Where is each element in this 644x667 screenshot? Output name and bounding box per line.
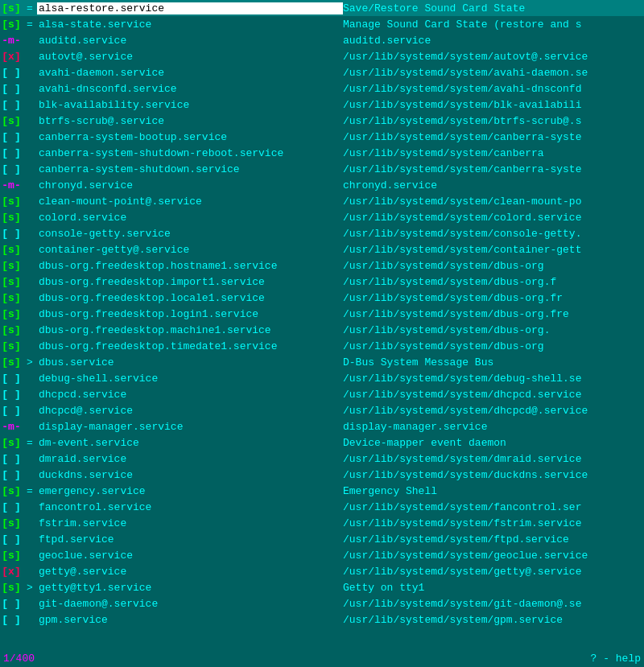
status-indicator: > bbox=[23, 356, 37, 368]
service-desc: /usr/lib/systemd/system/blk-availabili bbox=[343, 99, 644, 111]
status-bracket: [ ] bbox=[0, 83, 23, 95]
service-name: getty@.service bbox=[37, 566, 343, 578]
service-name: geoclue.service bbox=[37, 550, 343, 562]
status-bracket: [ ] bbox=[0, 469, 23, 481]
service-name: canberra-system-shutdown-reboot.service bbox=[37, 147, 343, 159]
table-row[interactable]: [s] dbus-org.freedesktop.login1.service/… bbox=[0, 306, 644, 322]
table-row[interactable]: [ ] avahi-daemon.service/usr/lib/systemd… bbox=[0, 64, 644, 80]
service-desc: /usr/lib/systemd/system/gpm.service bbox=[343, 614, 644, 626]
table-row[interactable]: [s]=dm-event.serviceDevice-mapper event … bbox=[0, 434, 644, 451]
service-name: canberra-system-shutdown.service bbox=[37, 163, 343, 175]
status-bracket: [ ] bbox=[0, 614, 23, 626]
service-name: avahi-daemon.service bbox=[37, 67, 343, 79]
table-row[interactable]: [ ] console-getty.service/usr/lib/system… bbox=[0, 225, 644, 241]
service-name: clean-mount-point@.service bbox=[37, 196, 343, 208]
service-desc: /usr/lib/systemd/system/dbus-org.fr bbox=[343, 292, 644, 304]
status-indicator: = bbox=[23, 485, 37, 497]
status-bracket: [s] bbox=[0, 308, 23, 320]
service-desc: /usr/lib/systemd/system/btrfs-scrub@.s bbox=[343, 115, 644, 127]
service-desc: Device-mapper event daemon bbox=[343, 437, 644, 449]
service-desc: /usr/lib/systemd/system/canberra-syste bbox=[343, 163, 644, 175]
status-bracket: [s] bbox=[0, 437, 23, 449]
table-row[interactable]: [x] autovt@.service/usr/lib/systemd/syst… bbox=[0, 48, 644, 64]
table-row[interactable]: [ ] avahi-dnsconfd.service/usr/lib/syste… bbox=[0, 80, 644, 97]
status-bracket: [ ] bbox=[0, 389, 23, 401]
service-list[interactable]: [s]=alsa-restore.serviceSave/Restore Sou… bbox=[0, 0, 644, 649]
service-name: dbus.service bbox=[37, 356, 343, 368]
table-row[interactable]: [s] dbus-org.freedesktop.locale1.service… bbox=[0, 290, 644, 306]
status-bracket: [s] bbox=[0, 324, 23, 336]
status-bracket: [s] bbox=[0, 212, 23, 224]
table-row[interactable]: -m- auditd.serviceauditd.service bbox=[0, 32, 644, 48]
table-row[interactable]: [ ] duckdns.service/usr/lib/systemd/syst… bbox=[0, 467, 644, 483]
status-bracket: [ ] bbox=[0, 99, 23, 111]
table-row[interactable]: [ ] canberra-system-shutdown-reboot.serv… bbox=[0, 145, 644, 161]
service-desc: /usr/lib/systemd/system/dhcpcd.service bbox=[343, 389, 644, 401]
table-row[interactable]: [s] colord.service/usr/lib/systemd/syste… bbox=[0, 209, 644, 225]
table-row[interactable]: [ ] canberra-system-bootup.service/usr/l… bbox=[0, 129, 644, 145]
service-name: dbus-org.freedesktop.locale1.service bbox=[37, 292, 343, 304]
table-row[interactable]: [ ] debug-shell.service/usr/lib/systemd/… bbox=[0, 370, 644, 386]
table-row[interactable]: [s] btrfs-scrub@.service/usr/lib/systemd… bbox=[0, 113, 644, 129]
table-row[interactable]: [s] fstrim.service/usr/lib/systemd/syste… bbox=[0, 515, 644, 531]
status-bracket: [ ] bbox=[0, 453, 23, 465]
service-desc: /usr/lib/systemd/system/ftpd.service bbox=[343, 533, 644, 546]
table-row[interactable]: [ ] dmraid.service/usr/lib/systemd/syste… bbox=[0, 451, 644, 467]
table-row[interactable]: [s]>getty@tty1.serviceGetty on tty1 bbox=[0, 579, 644, 595]
status-indicator: = bbox=[23, 2, 37, 14]
table-row[interactable]: [ ] git-daemon@.service/usr/lib/systemd/… bbox=[0, 595, 644, 611]
table-row[interactable]: [s] dbus-org.freedesktop.import1.service… bbox=[0, 274, 644, 290]
service-desc: /usr/lib/systemd/system/dhcpcd@.service bbox=[343, 405, 644, 417]
service-name: chronyd.service bbox=[37, 179, 343, 191]
table-row[interactable]: [ ] dhcpcd@.service/usr/lib/systemd/syst… bbox=[0, 402, 644, 418]
status-bracket: [s] bbox=[0, 2, 23, 14]
service-desc: /usr/lib/systemd/system/avahi-daemon.se bbox=[343, 67, 644, 79]
service-desc: /usr/lib/systemd/system/canberra bbox=[343, 147, 644, 159]
status-bracket: [ ] bbox=[0, 405, 23, 417]
service-desc: /usr/lib/systemd/system/fstrim.service bbox=[343, 517, 644, 529]
table-row[interactable]: [ ] fancontrol.service/usr/lib/systemd/s… bbox=[0, 499, 644, 515]
status-bracket: [s] bbox=[0, 550, 23, 562]
table-row[interactable]: [s]=alsa-state.serviceManage Sound Card … bbox=[0, 16, 644, 32]
service-desc: D-Bus System Message Bus bbox=[343, 356, 644, 368]
table-row[interactable]: [ ] blk-availability.service/usr/lib/sys… bbox=[0, 97, 644, 113]
service-name: btrfs-scrub@.service bbox=[37, 115, 343, 127]
status-bracket: [x] bbox=[0, 51, 23, 63]
table-row[interactable]: [ ] canberra-system-shutdown.service/usr… bbox=[0, 161, 644, 177]
service-name: emergency.service bbox=[37, 485, 343, 497]
table-row[interactable]: [s] dbus-org.freedesktop.hostname1.servi… bbox=[0, 257, 644, 274]
table-row[interactable]: [ ] dhcpcd.service/usr/lib/systemd/syste… bbox=[0, 386, 644, 402]
service-desc: /usr/lib/systemd/system/colord.service bbox=[343, 212, 644, 224]
status-bracket: -m- bbox=[0, 35, 23, 47]
table-row[interactable]: [ ] ftpd.service/usr/lib/systemd/system/… bbox=[0, 531, 644, 547]
table-row[interactable]: -m- display-manager.servicedisplay-manag… bbox=[0, 418, 644, 434]
table-row[interactable]: [s] clean-mount-point@.service/usr/lib/s… bbox=[0, 193, 644, 209]
service-desc: auditd.service bbox=[343, 35, 644, 47]
table-row[interactable]: [s]>dbus.serviceD-Bus System Message Bus bbox=[0, 354, 644, 370]
table-row[interactable]: [s] geoclue.service/usr/lib/systemd/syst… bbox=[0, 547, 644, 563]
table-row[interactable]: [s] dbus-org.freedesktop.timedate1.servi… bbox=[0, 338, 644, 354]
service-name: console-getty.service bbox=[37, 228, 343, 240]
service-desc: /usr/lib/systemd/system/git-daemon@.se bbox=[343, 598, 644, 610]
service-desc: /usr/lib/systemd/system/geoclue.service bbox=[343, 550, 644, 562]
table-row[interactable]: -m- chronyd.servicechronyd.service bbox=[0, 177, 644, 193]
service-desc: Emergency Shell bbox=[343, 485, 644, 497]
service-desc: /usr/lib/systemd/system/dbus-org.fre bbox=[343, 308, 644, 320]
service-name: blk-availability.service bbox=[37, 99, 343, 111]
service-desc: /usr/lib/systemd/system/debug-shell.se bbox=[343, 373, 644, 385]
service-desc: Manage Sound Card State (restore and s bbox=[343, 19, 644, 31]
table-row[interactable]: [ ] gpm.service/usr/lib/systemd/system/g… bbox=[0, 611, 644, 628]
page-info: 1/400 bbox=[3, 653, 35, 665]
table-row[interactable]: [s]=emergency.serviceEmergency Shell bbox=[0, 483, 644, 499]
table-row[interactable]: [s]=alsa-restore.serviceSave/Restore Sou… bbox=[0, 0, 644, 16]
table-row[interactable]: [x] getty@.service/usr/lib/systemd/syste… bbox=[0, 563, 644, 579]
service-name: duckdns.service bbox=[37, 469, 343, 481]
table-row[interactable]: [s] container-getty@.service/usr/lib/sys… bbox=[0, 241, 644, 257]
service-desc: /usr/lib/systemd/system/dbus-org bbox=[343, 260, 644, 272]
service-name: getty@tty1.service bbox=[37, 582, 343, 594]
status-bracket: -m- bbox=[0, 421, 23, 433]
service-name: dmraid.service bbox=[37, 453, 343, 465]
table-row[interactable]: [s] dbus-org.freedesktop.machine1.servic… bbox=[0, 322, 644, 338]
status-bracket: [ ] bbox=[0, 501, 23, 513]
service-desc: /usr/lib/systemd/system/autovt@.service bbox=[343, 51, 644, 63]
